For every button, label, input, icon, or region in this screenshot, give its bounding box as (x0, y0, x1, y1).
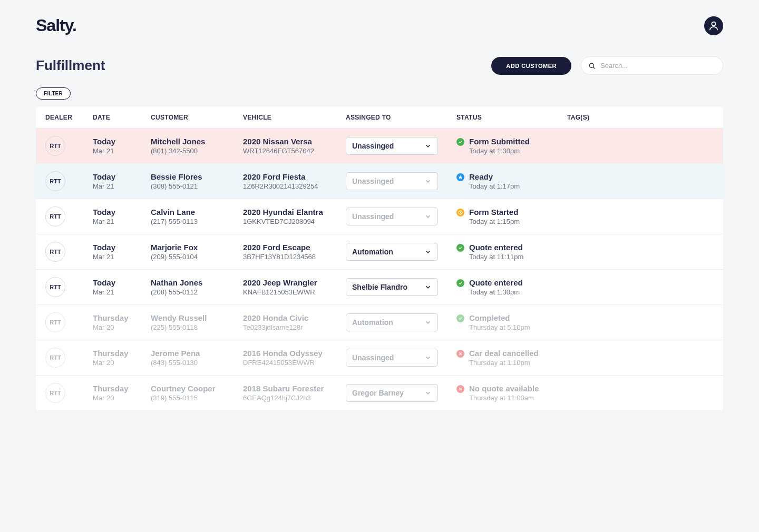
vehicle-vin: KNAFB1215053EWWR (243, 288, 346, 296)
vehicle-name: 2020 Nissan Versa (243, 137, 346, 146)
date-secondary: Mar 20 (93, 359, 151, 367)
vehicle-vin: 1Z6R2R3002141329254 (243, 182, 346, 190)
assigned-value: Gregor Barney (352, 389, 404, 397)
chevron-down-icon (424, 248, 432, 255)
customer-phone: (319) 555-0115 (151, 394, 243, 402)
table-row[interactable]: RTT Thursday Mar 20 Courtney Cooper (319… (36, 376, 723, 411)
dealer-badge: RTT (45, 242, 65, 262)
search-input[interactable] (581, 56, 723, 75)
customer-phone: (308) 555-0121 (151, 182, 243, 190)
status-label: Car deal cancelled (469, 349, 539, 358)
table-row[interactable]: RTT Thursday Mar 20 Jerome Pena (843) 55… (36, 340, 723, 376)
status-icon (456, 314, 464, 322)
table-row[interactable]: RTT Today Mar 21 Calvin Lane (217) 555-0… (36, 199, 723, 234)
date-primary: Today (93, 208, 151, 216)
chevron-down-icon (424, 319, 432, 326)
table-row[interactable]: RTT Today Mar 21 Marjorie Fox (209) 555-… (36, 234, 723, 270)
status-label: Quote entered (469, 243, 523, 252)
status-time: Thursday at 11:00am (469, 394, 539, 402)
dealer-badge: RTT (45, 136, 65, 156)
date-secondary: Mar 21 (93, 253, 151, 261)
assigned-select[interactable]: Unassinged (346, 349, 438, 367)
col-customer: CUSTOMER (151, 114, 243, 121)
customer-phone: (843) 555-0130 (151, 359, 243, 367)
fulfillment-table: DEALER DATE CUSTOMER VEHICLE ASSINGED TO… (36, 107, 723, 411)
vehicle-vin: Te0233jdlsame128r (243, 323, 346, 331)
date-primary: Today (93, 243, 151, 252)
assigned-select[interactable]: Shelbie Flandro (346, 278, 438, 296)
status-icon (456, 138, 464, 146)
vehicle-name: 2020 Ford Fiesta (243, 172, 346, 181)
chevron-down-icon (424, 213, 432, 220)
assigned-select[interactable]: Unassinged (346, 208, 438, 225)
status-icon (456, 173, 464, 181)
status-time: Today at 1:30pm (469, 288, 523, 296)
status-icon (456, 209, 464, 216)
dealer-badge: RTT (45, 348, 65, 368)
status-time: Today at 1:15pm (469, 218, 520, 225)
vehicle-vin: 3B7HF13Y81D1234568 (243, 253, 346, 261)
status-time: Thursday at 1:10pm (469, 359, 539, 367)
table-header: DEALER DATE CUSTOMER VEHICLE ASSINGED TO… (36, 107, 723, 129)
chevron-down-icon (424, 354, 432, 361)
customer-name: Bessie Flores (151, 172, 243, 181)
brand-logo: Salty. (36, 16, 76, 35)
vehicle-name: 2020 Honda Civic (243, 313, 346, 322)
dealer-badge: RTT (45, 171, 65, 191)
page-title: Fulfillment (36, 57, 105, 74)
status-label: Ready (469, 172, 520, 181)
status-label: No quote available (469, 384, 539, 393)
chevron-down-icon (424, 283, 432, 291)
customer-phone: (217) 555-0113 (151, 218, 243, 225)
assigned-select[interactable]: Unassinged (346, 172, 438, 190)
svg-point-1 (589, 63, 593, 67)
customer-name: Mitchell Jones (151, 137, 243, 146)
status-icon (456, 350, 464, 358)
status-label: Completed (469, 313, 530, 322)
vehicle-name: 2020 Jeep Wrangler (243, 278, 346, 287)
add-customer-button[interactable]: ADD CUSTOMER (491, 57, 571, 75)
status-label: Quote entered (469, 278, 523, 287)
chevron-down-icon (424, 142, 432, 150)
chevron-down-icon (424, 178, 432, 185)
dealer-badge: RTT (45, 206, 65, 226)
filter-button[interactable]: FILTER (36, 87, 71, 100)
svg-marker-3 (459, 175, 463, 179)
vehicle-name: 2020 Ford Escape (243, 243, 346, 252)
assigned-value: Shelbie Flandro (352, 283, 407, 291)
customer-phone: (209) 555-0104 (151, 253, 243, 261)
table-row[interactable]: RTT Today Mar 21 Nathan Jones (208) 555-… (36, 270, 723, 305)
assigned-select[interactable]: Unassinged (346, 137, 438, 155)
customer-name: Courtney Cooper (151, 384, 243, 393)
assigned-select[interactable]: Automation (346, 313, 438, 331)
vehicle-vin: 6GEAQg124hj7CJ2h3 (243, 394, 346, 402)
user-avatar[interactable] (704, 16, 723, 35)
date-secondary: Mar 21 (93, 218, 151, 225)
search-box (581, 56, 723, 75)
table-row[interactable]: RTT Today Mar 21 Bessie Flores (308) 555… (36, 164, 723, 199)
customer-name: Calvin Lane (151, 208, 243, 216)
vehicle-name: 2016 Honda Odyssey (243, 349, 346, 358)
assigned-value: Unassinged (352, 142, 394, 150)
vehicle-vin: WRT12646FGT567042 (243, 147, 346, 155)
date-primary: Today (93, 278, 151, 287)
col-assigned: ASSINGED TO (346, 114, 456, 121)
assigned-value: Automation (352, 318, 393, 327)
customer-phone: (801) 342-5500 (151, 147, 243, 155)
col-status: STATUS (456, 114, 567, 121)
date-secondary: Mar 20 (93, 323, 151, 331)
status-time: Today at 1:17pm (469, 182, 520, 190)
date-primary: Thursday (93, 349, 151, 358)
table-row[interactable]: RTT Thursday Mar 20 Wendy Russell (225) … (36, 305, 723, 340)
date-secondary: Mar 21 (93, 147, 151, 155)
status-icon (456, 385, 464, 393)
table-row[interactable]: RTT Today Mar 21 Mitchell Jones (801) 34… (36, 129, 723, 164)
date-secondary: Mar 21 (93, 182, 151, 190)
search-icon (588, 62, 596, 70)
vehicle-name: 2020 Hyundai Elantra (243, 208, 346, 216)
assigned-select[interactable]: Automation (346, 243, 438, 261)
status-time: Thursday at 5:10pm (469, 323, 530, 331)
customer-name: Jerome Pena (151, 349, 243, 358)
assigned-select[interactable]: Gregor Barney (346, 384, 438, 402)
date-secondary: Mar 20 (93, 394, 151, 402)
